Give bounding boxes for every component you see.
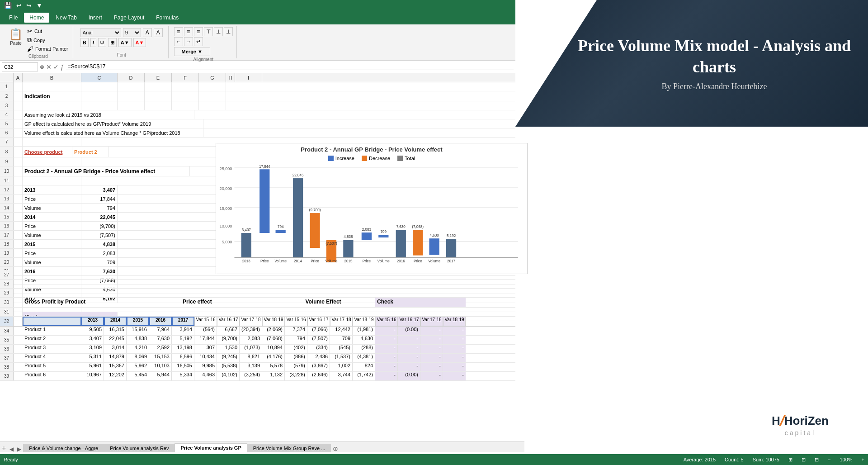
- italic-button[interactable]: I: [90, 38, 96, 47]
- indication-line2: GP effect is calculated here as GP/Produ…: [23, 119, 203, 128]
- logo-area: H / HoriZen capital: [750, 406, 850, 442]
- quick-toolbar: 💾 ↩ ↪ ▼: [0, 0, 515, 11]
- nav-right-icon[interactable]: ▶: [15, 446, 23, 452]
- row-5: 5 GP effect is calculated here as GP/Pro…: [0, 119, 515, 128]
- svg-text:Price: Price: [363, 259, 371, 262]
- bold-button[interactable]: B: [80, 38, 89, 47]
- merge-center-button[interactable]: Merge ▼: [174, 47, 210, 56]
- sheet-tab-aggre[interactable]: Price & Volume change - Aggre: [23, 444, 104, 452]
- fill-color-button[interactable]: A▼: [118, 38, 132, 47]
- tab-insert[interactable]: Insert: [83, 13, 108, 23]
- bar-vol-15-16: [378, 235, 388, 238]
- row-34: 34 Product 1 9,505 16,315 15,916 7,964 3…: [0, 327, 515, 336]
- subtitle: By Pierre-Alexandre Heurtebize: [662, 82, 767, 91]
- svg-text:(7,068): (7,068): [412, 224, 424, 229]
- clipboard-small-btns: ✂ Cut ⧉ Copy 🖌 Format Painter: [26, 27, 69, 53]
- increase-font-button[interactable]: A: [143, 28, 152, 37]
- tab-newtab[interactable]: New Tab: [50, 13, 82, 23]
- underline-button[interactable]: U: [98, 38, 106, 47]
- alignment-group: ≡ ≡ ≡ ⊤ ⊥ ⊥ ← → ↵ Merge ▼ Alignment: [170, 26, 237, 58]
- svg-text:794: 794: [278, 224, 284, 229]
- zoom-level: 100%: [840, 457, 852, 463]
- zoom-in-icon[interactable]: +: [862, 457, 864, 463]
- paste-button[interactable]: 📋 Paste: [7, 27, 24, 47]
- page-break-icon[interactable]: ⊟: [815, 457, 819, 463]
- svg-text:7,630: 7,630: [396, 224, 406, 229]
- font-color-button[interactable]: A▼: [133, 38, 146, 47]
- sheet-tab-group[interactable]: Price Volume Mix Group Reve ...: [247, 444, 331, 452]
- page-layout-icon[interactable]: ⊞: [788, 457, 793, 463]
- svg-text:4,630: 4,630: [429, 232, 439, 237]
- tab-formulas[interactable]: Formulas: [151, 13, 184, 23]
- chart-svg: 25,000 20,000 15,000 10,000 5,000 3,407 …: [216, 163, 527, 262]
- redo-icon[interactable]: ↪: [25, 2, 33, 9]
- gp-section-title: Gross Profit by Product: [23, 298, 181, 307]
- svg-text:20,000: 20,000: [220, 186, 232, 191]
- font-size-select[interactable]: 9: [123, 28, 141, 37]
- wrap-text-button[interactable]: ↵: [194, 37, 203, 46]
- zoom-out-icon[interactable]: −: [828, 457, 830, 463]
- row-27: 27: [0, 270, 515, 280]
- normal-view-icon[interactable]: ⊡: [802, 457, 806, 463]
- undo-icon[interactable]: ↩: [15, 2, 23, 9]
- cut-button[interactable]: ✂ Cut: [26, 27, 69, 35]
- align-bottom-button[interactable]: ⊥: [224, 27, 233, 36]
- sheet-tab-gp[interactable]: Price Volume analysis GP: [175, 443, 247, 452]
- format-painter-icon: 🖌: [27, 45, 33, 52]
- choose-product-link[interactable]: Choose product: [23, 147, 72, 157]
- add-sheet-icon[interactable]: +: [0, 444, 8, 452]
- legend-decrease-color: [362, 156, 367, 161]
- add-new-sheet-icon[interactable]: ⊕: [331, 445, 340, 452]
- svg-text:(7,507): (7,507): [326, 241, 337, 246]
- nav-left-icon[interactable]: ◀: [8, 446, 15, 452]
- expand-formula-icon: ⊗: [40, 64, 44, 70]
- svg-text:2,083: 2,083: [362, 227, 372, 231]
- formula-input[interactable]: [66, 63, 514, 70]
- indent-decrease-button[interactable]: ←: [174, 37, 183, 46]
- row-32: 32 2013 2014 2015 2016 2017 Var 15-16 Va…: [0, 317, 515, 327]
- bar-2017-total: [446, 239, 456, 257]
- font-controls: Arial 9 A A B I U ⊞ A▼ A▼: [79, 27, 165, 48]
- align-left-button[interactable]: ≡: [174, 27, 183, 36]
- svg-text:15,000: 15,000: [220, 206, 232, 211]
- copy-button[interactable]: ⧉ Copy: [26, 36, 69, 44]
- font-name-row: Arial 9 A A: [80, 28, 163, 37]
- indent-increase-button[interactable]: →: [184, 37, 193, 46]
- font-name-select[interactable]: Arial: [80, 28, 121, 37]
- copy-icon: ⧉: [27, 36, 32, 44]
- svg-text:25,000: 25,000: [220, 166, 232, 171]
- indication-line1: Assuming we look at 2019 vs 2018:: [23, 110, 194, 119]
- svg-text:2017: 2017: [447, 259, 455, 262]
- legend-increase-color: [328, 156, 334, 161]
- sheet-tabs: + ◀ ▶ Price & Volume change - Aggre Pric…: [0, 441, 524, 452]
- customize-icon[interactable]: ▼: [35, 2, 44, 9]
- selected-product: Product 2: [72, 147, 108, 157]
- grid-header-row: A B C D E F G H I: [0, 73, 515, 82]
- tab-file[interactable]: File: [4, 13, 23, 23]
- bar-price-16-17: [413, 230, 423, 256]
- font-group: Arial 9 A A B I U ⊞ A▼ A▼ Font: [75, 26, 169, 58]
- bar-2016-total: [396, 230, 406, 258]
- col-a: A: [14, 73, 23, 82]
- cell-reference-input[interactable]: [2, 62, 38, 71]
- row-35: 35 Product 2 3,407 22,045 4,838 7,630 5,…: [0, 336, 515, 345]
- decrease-font-button[interactable]: A: [154, 28, 163, 37]
- tab-home[interactable]: Home: [24, 13, 49, 23]
- svg-text:Volume: Volume: [377, 259, 390, 262]
- tab-pagelayout[interactable]: Page Layout: [108, 13, 150, 23]
- column-headers: A B C D E F G H I: [14, 73, 515, 82]
- status-right: Average: 2015 Count: 5 Sum: 10075 ⊞ ⊡ ⊟ …: [684, 457, 864, 463]
- save-icon[interactable]: 💾: [3, 2, 13, 9]
- title-area: Price Volume Mix model - Analysis and ch…: [515, 0, 868, 127]
- align-top-button[interactable]: ⊤: [204, 27, 213, 36]
- status-left: Ready: [4, 457, 18, 462]
- align-center-button[interactable]: ≡: [184, 27, 193, 36]
- border-button[interactable]: ⊞: [108, 38, 117, 47]
- format-painter-button[interactable]: 🖌 Format Painter: [26, 45, 69, 53]
- svg-text:5,000: 5,000: [222, 239, 232, 244]
- align-middle-button[interactable]: ⊥: [214, 27, 223, 36]
- sheet-tab-rev[interactable]: Price Volume analysis Rev: [104, 444, 175, 452]
- legend-total-color: [397, 156, 403, 161]
- indication-line3: Volume effect is calculated here as Volu…: [23, 128, 203, 137]
- align-right-button[interactable]: ≡: [194, 27, 203, 36]
